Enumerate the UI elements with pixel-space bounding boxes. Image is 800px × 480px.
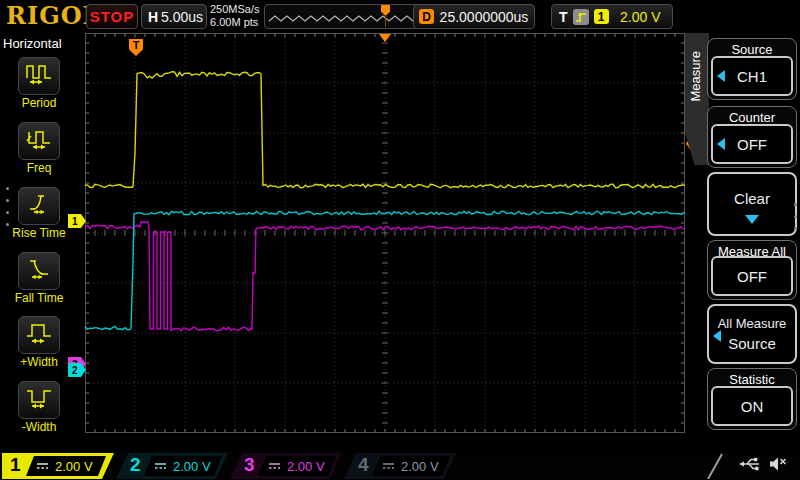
channel3-number: 3 (244, 454, 255, 476)
channel1-indicator[interactable]: 1 2.00 V (2, 453, 114, 479)
period-button[interactable] (18, 57, 60, 95)
dc-coupling-icon (268, 461, 281, 471)
trace-ch2 (85, 211, 685, 330)
left-menu-title: Horizontal (3, 36, 62, 51)
freq-button[interactable] (18, 122, 60, 160)
source-value: CH1 (737, 68, 767, 85)
menu-item-pwidth[interactable]: +Width (0, 316, 78, 369)
channel1-scale: 2.00 V (55, 459, 93, 474)
run-state-label: STOP (90, 8, 135, 25)
status-icons (738, 455, 788, 473)
channel2-indicator[interactable]: 2 2.00 V (116, 453, 228, 479)
channel4-number: 4 (358, 454, 369, 476)
measure-all-group: Measure All OFF (707, 240, 797, 300)
acquisition-info: 250MSa/s 6.00M pts (210, 3, 260, 28)
clear-button[interactable]: Clear (707, 172, 797, 236)
channel1-scale-box: 2.00 V (26, 456, 106, 476)
all-measure-line2: Source (709, 335, 795, 352)
statistic-group: Statistic ON (707, 368, 797, 430)
counter-group: Counter OFF (707, 106, 797, 168)
channel2-number: 2 (130, 454, 141, 476)
horizontal-timebase-button[interactable]: H 5.00us (141, 4, 207, 29)
memory-depth: 6.00M pts (210, 16, 260, 29)
clear-label: Clear (709, 190, 795, 207)
measure-all-button[interactable]: OFF (711, 256, 793, 296)
preview-trigger-line (385, 15, 386, 27)
channel2-scale: 2.00 V (173, 459, 211, 474)
scope-traces (85, 33, 685, 433)
fall-time-icon (25, 257, 53, 285)
fall-time-button[interactable] (18, 252, 60, 290)
trigger-position-indicator[interactable] (379, 34, 391, 42)
chevron-left-icon (713, 330, 721, 342)
menu-item-fall-time[interactable]: Fall Time (0, 252, 78, 305)
channel-status-bar: 1 2.00 V 2 2.00 V 3 2.00 V 4 2.0 (0, 452, 800, 480)
usb-icon[interactable] (738, 455, 762, 473)
period-label: Period (0, 96, 78, 110)
period-icon (25, 62, 53, 90)
pwidth-icon (25, 321, 53, 349)
counter-button[interactable]: OFF (711, 124, 793, 164)
source-group: Source CH1 (707, 38, 797, 100)
rise-time-label: Rise Time (0, 226, 78, 240)
rise-time-button[interactable] (18, 187, 60, 225)
trigger-level-value: 2.00 V (620, 9, 660, 25)
channel2-scale-box: 2.00 V (144, 456, 222, 476)
statistic-button[interactable]: ON (711, 386, 793, 426)
channel3-scale-box: 2.00 V (258, 456, 336, 476)
pwidth-button[interactable] (18, 316, 60, 354)
horizontal-measure-menu: Horizontal Period Freq Rise Time Fall Ti… (0, 31, 85, 452)
sample-rate: 250MSa/s (210, 3, 260, 16)
channel4-scale-box: 2.00 V (372, 456, 450, 476)
nwidth-label: -Width (0, 420, 78, 434)
nwidth-button[interactable] (18, 381, 60, 419)
measure-all-value: OFF (737, 268, 767, 285)
rising-edge-icon (573, 9, 589, 25)
channel3-scale: 2.00 V (287, 459, 325, 474)
delay-value: 25.0000000us (440, 9, 529, 25)
channel4-scale: 2.00 V (401, 459, 439, 474)
status-separator (703, 453, 725, 479)
horizontal-prefix: H (148, 9, 158, 25)
menu-item-freq[interactable]: Freq (0, 122, 78, 175)
rise-time-icon (25, 192, 53, 220)
channel3-indicator[interactable]: 3 2.00 V (230, 453, 342, 479)
counter-value: OFF (737, 136, 767, 153)
trigger-readout-button[interactable]: T 1 2.00 V (551, 4, 673, 29)
chevron-down-icon (745, 215, 759, 224)
dc-coupling-icon (36, 461, 49, 471)
statistic-value: ON (741, 398, 764, 415)
all-measure-source-button[interactable]: All Measure Source (707, 304, 797, 364)
channel4-indicator[interactable]: 4 2.00 V (344, 453, 456, 479)
dc-coupling-icon (382, 461, 395, 471)
dc-coupling-icon (154, 461, 167, 471)
all-measure-line1: All Measure (709, 316, 795, 331)
trace-ch3 (85, 222, 685, 331)
measure-tab-label: Measure (688, 51, 703, 102)
freq-icon (25, 127, 53, 155)
run-state-button[interactable]: STOP (86, 4, 138, 29)
chevron-left-icon (717, 70, 725, 82)
menu-item-rise-time[interactable]: Rise Time (0, 187, 78, 240)
oscilloscope-screen: RIGOL STOP H 5.00us 250MSa/s 6.00M pts D… (0, 0, 800, 480)
source-button[interactable]: CH1 (711, 56, 793, 96)
pwidth-label: +Width (0, 355, 78, 369)
freq-label: Freq (0, 161, 78, 175)
delay-badge: D (419, 9, 434, 24)
trigger-prefix: T (559, 9, 568, 25)
trigger-source-badge: 1 (594, 9, 609, 24)
top-status-bar: RIGOL STOP H 5.00us 250MSa/s 6.00M pts D… (0, 0, 800, 31)
channel1-number: 1 (10, 454, 21, 476)
timebase-value: 5.00us (161, 9, 203, 25)
fall-time-label: Fall Time (0, 291, 78, 305)
menu-item-nwidth[interactable]: -Width (0, 381, 78, 434)
menu-item-period[interactable]: Period (0, 57, 78, 110)
delay-readout-button[interactable]: D 25.0000000us (413, 4, 535, 29)
nwidth-icon (25, 386, 53, 414)
chevron-left-icon (717, 138, 725, 150)
waveform-display: T 1 3 2 T (85, 33, 685, 433)
speaker-muted-icon[interactable] (768, 455, 788, 473)
